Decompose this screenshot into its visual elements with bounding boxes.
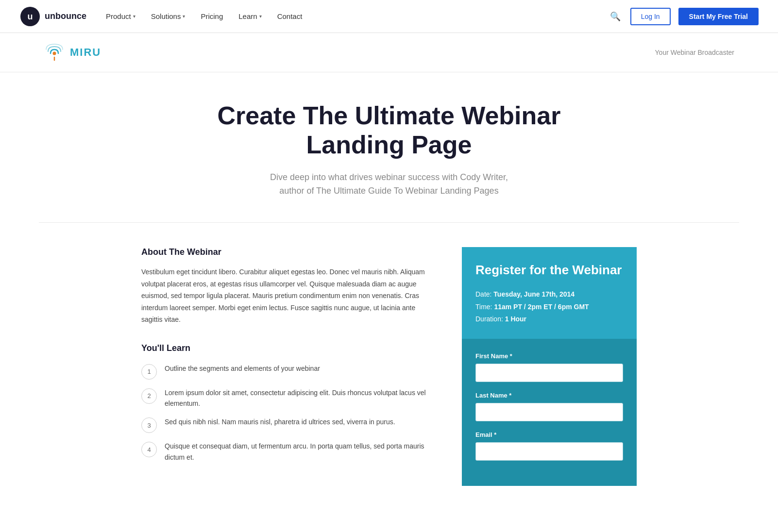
email-input[interactable]	[475, 442, 623, 461]
chevron-down-icon: ▾	[183, 14, 185, 19]
list-number: 4	[141, 442, 157, 457]
trial-button[interactable]: Start My Free Trial	[678, 8, 759, 25]
list-text: Lorem ipsum dolor sit amet, consectetur …	[165, 387, 433, 409]
list-text: Outline the segments and elements of you…	[165, 363, 320, 374]
form-date: Date: Tuesday, June 17th, 2014	[475, 288, 623, 300]
search-icon: 🔍	[610, 12, 621, 21]
list-item: 3 Sed quis nibh nisl. Nam mauris nisl, p…	[141, 416, 433, 433]
brand-name: MIRU	[70, 46, 101, 59]
form-details: Date: Tuesday, June 17th, 2014 Time: 11a…	[475, 288, 623, 325]
list-item: 1 Outline the segments and elements of y…	[141, 363, 433, 380]
main-content: About The Webinar Vestibulum eget tincid…	[98, 223, 680, 510]
hero-subtitle: Dive deep into what drives webinar succe…	[190, 170, 588, 199]
first-name-input[interactable]	[475, 364, 623, 382]
nav-learn[interactable]: Learn ▾	[238, 12, 261, 20]
login-button[interactable]: Log In	[630, 8, 671, 25]
nav-actions: 🔍 Log In Start My Free Trial	[608, 8, 759, 25]
svg-text:u: u	[28, 12, 33, 21]
registration-form: Register for the Webinar Date: Tuesday, …	[462, 247, 637, 486]
learn-title: You'll Learn	[141, 343, 433, 353]
form-title: Register for the Webinar	[475, 263, 623, 278]
learn-list: 1 Outline the segments and elements of y…	[141, 363, 433, 463]
nav-pricing[interactable]: Pricing	[201, 12, 223, 20]
nav-solutions[interactable]: Solutions ▾	[151, 12, 186, 20]
left-column: About The Webinar Vestibulum eget tincid…	[141, 247, 462, 463]
last-name-group: Last Name *	[475, 392, 623, 421]
first-name-label: First Name *	[475, 352, 623, 360]
form-time: Time: 11am PT / 2pm ET / 6pm GMT	[475, 301, 623, 313]
svg-point-2	[53, 52, 56, 55]
nav-product[interactable]: Product ▾	[106, 12, 135, 20]
search-button[interactable]: 🔍	[608, 9, 623, 24]
email-label: Email *	[475, 431, 623, 438]
last-name-input[interactable]	[475, 403, 623, 421]
last-name-label: Last Name *	[475, 392, 623, 399]
about-body: Vestibulum eget tincidunt libero. Curabi…	[141, 266, 433, 326]
brand-tagline: Your Webinar Broadcaster	[655, 49, 734, 56]
form-header: Register for the Webinar Date: Tuesday, …	[462, 247, 637, 339]
hero-title: Create The Ultimate Webinar Landing Page	[190, 101, 588, 160]
list-text: Sed quis nibh nisl. Nam mauris nisl, pha…	[165, 416, 395, 427]
chevron-down-icon: ▾	[259, 14, 262, 19]
nav-links: Product ▾ Solutions ▾ Pricing Learn ▾ Co…	[106, 12, 608, 20]
about-title: About The Webinar	[141, 247, 433, 257]
list-number: 2	[141, 388, 157, 404]
brand-header: MIRU Your Webinar Broadcaster	[0, 33, 778, 72]
first-name-group: First Name *	[475, 352, 623, 382]
list-text: Quisque et consequat diam, ut fermentum …	[165, 441, 433, 463]
form-duration: Duration: 1 Hour	[475, 313, 623, 325]
brand-logo: MIRU	[44, 42, 101, 63]
logo-text: unbounce	[45, 11, 86, 21]
list-item: 4 Quisque et consequat diam, ut fermentu…	[141, 441, 433, 463]
list-number: 1	[141, 364, 157, 380]
hero-section: Create The Ultimate Webinar Landing Page…	[170, 72, 608, 222]
form-fields: First Name * Last Name * Email *	[462, 339, 637, 486]
list-item: 2 Lorem ipsum dolor sit amet, consectetu…	[141, 387, 433, 409]
chevron-down-icon: ▾	[133, 14, 135, 19]
list-number: 3	[141, 417, 157, 433]
main-nav: u unbounce Product ▾ Solutions ▾ Pricing…	[0, 0, 778, 33]
unbounce-logo-icon: u	[19, 6, 41, 27]
email-group: Email *	[475, 431, 623, 461]
brand-icon	[44, 42, 65, 63]
logo[interactable]: u unbounce	[19, 6, 86, 27]
nav-contact[interactable]: Contact	[277, 12, 303, 20]
